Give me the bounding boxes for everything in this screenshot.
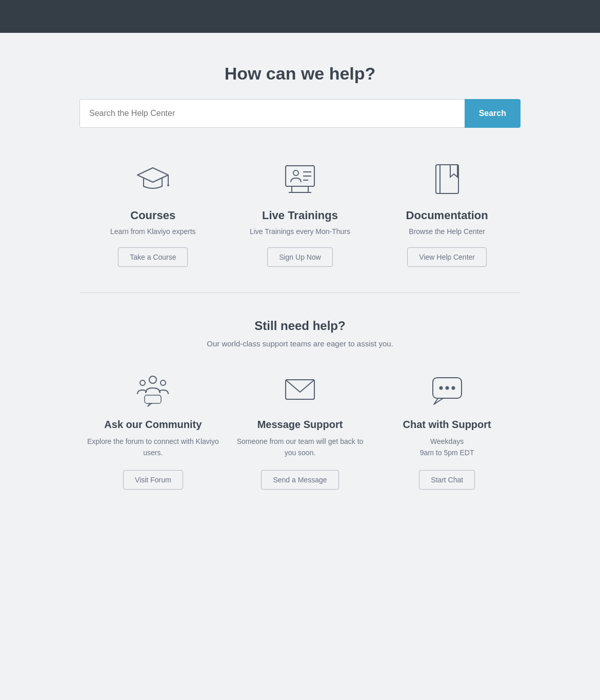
still-need-help-title: Still need help? — [79, 319, 521, 333]
live-trainings-description: Live Trainings every Mon-Thurs — [250, 226, 350, 237]
svg-point-22 — [439, 386, 443, 390]
documentation-icon-svg — [429, 161, 466, 198]
take-course-button[interactable]: Take a Course — [118, 247, 188, 267]
courses-icon-svg — [134, 161, 171, 198]
courses-description: Learn from Klaviyo experts — [110, 226, 196, 237]
courses-title: Courses — [130, 209, 175, 222]
chat-bubble-icon-svg — [429, 371, 466, 407]
svg-marker-12 — [450, 165, 457, 177]
top-cards-section: Courses Learn from Klaviyo experts Take … — [79, 159, 521, 267]
courses-card: Courses Learn from Klaviyo experts Take … — [86, 159, 219, 267]
community-icon-svg — [134, 371, 171, 407]
still-need-help-subtitle: Our world-class support teams are eager … — [79, 339, 521, 348]
live-trainings-card: Live Trainings Live Trainings every Mon-… — [233, 159, 367, 267]
community-title: Ask our Community — [104, 419, 202, 431]
svg-marker-21 — [434, 398, 443, 404]
send-message-button[interactable]: Send a Message — [261, 470, 338, 490]
message-support-card: Message Support Someone from our team wi… — [233, 368, 367, 490]
top-navigation — [0, 0, 600, 33]
graduation-cap-icon — [132, 159, 173, 200]
svg-point-24 — [451, 386, 455, 390]
live-trainings-title: Live Trainings — [262, 209, 338, 222]
message-support-description: Someone from our team will get back to y… — [233, 436, 367, 459]
envelope-icon-svg — [282, 371, 318, 407]
svg-rect-19 — [286, 380, 314, 399]
support-cards-section: Ask our Community Explore the forum to c… — [79, 368, 521, 490]
chat-support-card: Chat with Support Weekdays9am to 5pm EDT… — [381, 368, 514, 490]
chat-bubble-icon — [427, 368, 468, 410]
chat-support-title: Chat with Support — [403, 419, 491, 431]
view-help-center-button[interactable]: View Help Center — [407, 247, 487, 267]
svg-point-7 — [293, 170, 298, 176]
book-bookmark-icon — [427, 159, 468, 200]
svg-point-14 — [149, 376, 156, 383]
message-support-title: Message Support — [257, 419, 343, 431]
community-card: Ask our Community Explore the forum to c… — [86, 368, 219, 490]
search-bar: Search — [79, 99, 521, 128]
community-icon — [132, 368, 173, 410]
search-button[interactable]: Search — [465, 99, 521, 128]
hero-title: How can we help? — [79, 64, 521, 84]
svg-marker-0 — [137, 168, 168, 182]
svg-point-16 — [161, 380, 166, 385]
svg-marker-18 — [148, 403, 152, 406]
envelope-icon — [279, 368, 321, 410]
chat-support-description: Weekdays9am to 5pm EDT — [420, 436, 474, 459]
start-chat-button[interactable]: Start Chat — [419, 470, 475, 490]
documentation-card: Documentation Browse the Help Center Vie… — [381, 159, 514, 267]
main-content: How can we help? Search Courses Learn fr… — [69, 33, 531, 510]
sign-up-now-button[interactable]: Sign Up Now — [267, 247, 333, 267]
still-need-help-section: Still need help? Our world-class support… — [79, 319, 521, 348]
visit-forum-button[interactable]: Visit Forum — [123, 470, 183, 490]
svg-rect-17 — [145, 395, 161, 403]
svg-point-15 — [140, 380, 145, 385]
community-description: Explore the forum to connect with Klaviy… — [86, 436, 219, 459]
profile-screen-icon — [279, 159, 321, 200]
documentation-title: Documentation — [406, 209, 488, 222]
section-divider — [79, 293, 521, 293]
documentation-description: Browse the Help Center — [409, 226, 485, 237]
svg-point-23 — [445, 386, 449, 390]
live-trainings-icon-svg — [282, 161, 318, 198]
search-input[interactable] — [79, 99, 465, 128]
svg-point-2 — [167, 184, 169, 186]
